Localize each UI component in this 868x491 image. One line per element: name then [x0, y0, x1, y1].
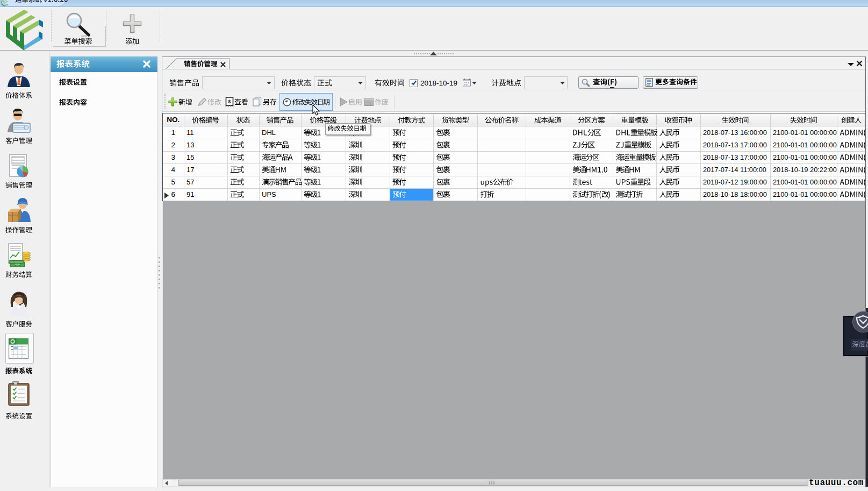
svg-text:$: $ — [228, 99, 231, 104]
